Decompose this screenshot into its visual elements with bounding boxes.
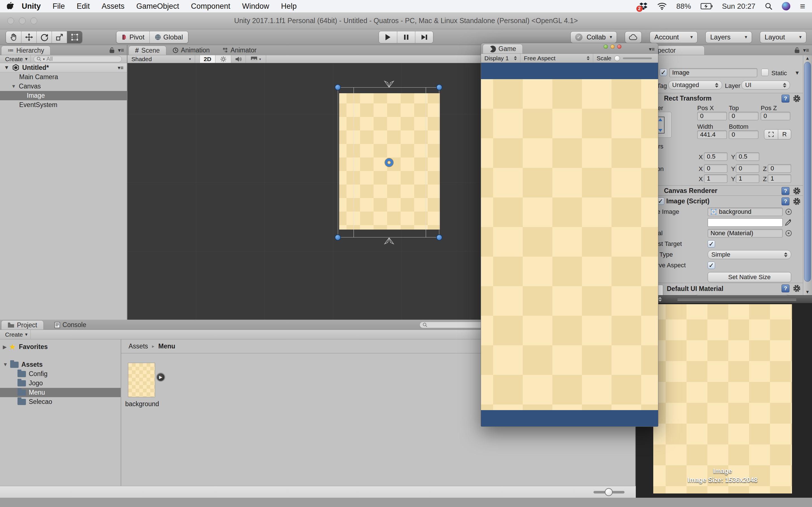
scene-row-menu-icon[interactable]: ▾≡ — [117, 64, 123, 71]
material-field[interactable]: None (Material) — [708, 229, 783, 237]
hierarchy-item-canvas[interactable]: ▼ Canvas — [0, 82, 127, 91]
pivot-toggle-button[interactable]: Pivot — [116, 31, 149, 43]
canvas-foldout-icon[interactable]: ▼ — [11, 83, 16, 89]
object-picker-icon[interactable] — [785, 230, 792, 236]
folder-row-jogo[interactable]: Jogo — [0, 379, 121, 388]
selection-handle-top-right[interactable] — [436, 84, 442, 91]
gameobject-active-checkbox[interactable]: ✓ — [660, 69, 667, 76]
folder-row-selecao[interactable]: Selecao — [0, 397, 121, 406]
hierarchy-item-image[interactable]: Image — [0, 91, 127, 100]
eyedropper-icon[interactable] — [784, 219, 792, 226]
search-filter-caret[interactable]: ▾ — [43, 57, 45, 61]
global-toggle-button[interactable]: Global — [149, 31, 188, 43]
scale-tool-button[interactable] — [52, 31, 67, 43]
preserve-aspect-checkbox[interactable]: ✓ — [708, 262, 715, 269]
preview-resize-handle[interactable]: Image — [636, 295, 812, 303]
pos-x-field[interactable]: 0 — [697, 112, 727, 120]
hierarchy-search[interactable]: ▾ — [34, 56, 122, 62]
selection-handle-bottom-left[interactable] — [335, 234, 341, 240]
raw-edit-mode-button[interactable]: R — [778, 129, 791, 139]
rotation-x-field[interactable]: 0 — [704, 164, 727, 173]
tab-animator[interactable]: Animator — [216, 46, 263, 55]
layout-dropdown[interactable]: Layout▾ — [760, 31, 806, 43]
gameobject-name-field[interactable] — [669, 68, 757, 77]
color-swatch[interactable] — [708, 218, 783, 227]
close-window-button[interactable] — [7, 17, 14, 24]
blueprint-mode-button[interactable] — [764, 129, 778, 139]
source-image-field[interactable]: background — [708, 208, 783, 216]
favorites-row[interactable]: ▶ ★ Favorites — [0, 342, 121, 351]
inspector-scrollbar-thumb[interactable] — [804, 62, 811, 282]
asset-thumbnail-background[interactable] — [128, 363, 155, 397]
top-field[interactable]: 0 — [729, 112, 758, 120]
rotation-handle-top[interactable] — [382, 80, 396, 88]
rotation-y-field[interactable]: 0 — [736, 164, 759, 173]
pivot-y-field[interactable]: 0.5 — [736, 152, 759, 161]
gear-icon[interactable] — [793, 187, 801, 195]
lock-icon[interactable] — [109, 47, 114, 53]
cloud-button[interactable] — [625, 31, 642, 43]
menu-assets[interactable]: Assets — [96, 2, 131, 11]
play-button[interactable] — [379, 31, 397, 43]
static-dropdown-icon[interactable]: ▼ — [795, 70, 800, 76]
move-tool-button[interactable] — [21, 31, 36, 43]
thumbnail-zoom-slider-thumb[interactable] — [605, 488, 613, 496]
notification-center-icon[interactable]: ≡ — [800, 1, 805, 11]
game-scale-slider-track[interactable] — [623, 57, 652, 59]
foldout-arrow-icon[interactable]: ▼ — [4, 64, 9, 71]
rect-tool-button[interactable] — [67, 31, 82, 43]
game-viewport[interactable] — [481, 63, 658, 427]
width-field[interactable]: 441.4 — [697, 130, 727, 139]
folder-row-menu[interactable]: Menu — [0, 388, 121, 397]
pos-z-field[interactable]: 0 — [761, 112, 790, 120]
shading-mode-dropdown[interactable]: Shaded▾ — [128, 55, 195, 63]
zoom-window-button[interactable] — [31, 17, 37, 24]
pause-button[interactable] — [397, 31, 415, 43]
hierarchy-scene-row[interactable]: ▼ Untitled* ▾≡ — [0, 63, 127, 72]
inspector-scrollbar[interactable]: ▲ ▼ — [803, 55, 812, 295]
static-checkbox[interactable] — [761, 69, 769, 76]
scale-y-field[interactable]: 1 — [736, 174, 759, 183]
object-picker-icon[interactable] — [785, 209, 792, 215]
gear-icon[interactable] — [793, 95, 801, 103]
gear-icon[interactable] — [793, 198, 801, 205]
menu-component[interactable]: Component — [185, 2, 236, 11]
menu-window[interactable]: Window — [236, 2, 275, 11]
inspector-menu-icon[interactable]: ▾≡ — [803, 47, 809, 54]
menu-edit[interactable]: Edit — [71, 2, 96, 11]
folder-row-config[interactable]: Config — [0, 369, 121, 379]
rotation-handle-bottom[interactable] — [382, 237, 396, 244]
breadcrumb-assets[interactable]: Assets — [129, 342, 148, 350]
layers-dropdown[interactable]: Layers▾ — [705, 31, 752, 43]
game-close-button[interactable] — [604, 45, 608, 49]
scale-x-field[interactable]: 1 — [704, 174, 727, 183]
tab-scene[interactable]: # Scene — [129, 46, 166, 55]
spotlight-icon[interactable] — [765, 3, 772, 10]
breadcrumb-current[interactable]: Menu — [158, 342, 175, 350]
account-dropdown[interactable]: Account▾ — [650, 31, 698, 43]
tab-hierarchy[interactable]: ≔ Hierarchy — [1, 46, 50, 55]
aspect-dropdown[interactable]: Free Aspect — [520, 54, 593, 62]
selection-handle-bottom-right[interactable] — [436, 234, 442, 240]
help-icon[interactable]: ? — [781, 284, 790, 292]
dropbox-icon[interactable]: 2 — [639, 2, 648, 10]
menu-unity[interactable]: Unity — [16, 2, 47, 11]
tab-project[interactable]: Project — [1, 320, 44, 330]
scene-effects-dropdown[interactable]: ▾ — [246, 55, 266, 63]
tab-game[interactable]: Game — [483, 44, 523, 54]
game-menu-icon[interactable]: ▾≡ — [649, 46, 655, 52]
hierarchy-item-eventsystem[interactable]: EventSystem — [0, 100, 127, 110]
menu-clock[interactable]: Sun 20:27 — [722, 2, 756, 11]
collab-dropdown[interactable]: ✓ Collab▾ — [570, 31, 617, 43]
bottom-field[interactable]: 0 — [729, 130, 758, 139]
layer-dropdown[interactable]: UI — [742, 80, 790, 90]
hierarchy-search-input[interactable] — [47, 56, 119, 62]
menu-gameobject[interactable]: GameObject — [131, 2, 185, 11]
scene-audio-toggle[interactable] — [231, 55, 246, 63]
2d-toggle-button[interactable]: 2D — [200, 55, 215, 63]
siri-icon[interactable] — [782, 2, 790, 10]
hierarchy-item-main-camera[interactable]: Main Camera — [0, 72, 127, 82]
set-native-size-button[interactable]: Set Native Size — [708, 272, 791, 282]
hierarchy-create-button[interactable]: Create▾ — [2, 55, 31, 63]
help-icon[interactable]: ? — [781, 187, 790, 195]
